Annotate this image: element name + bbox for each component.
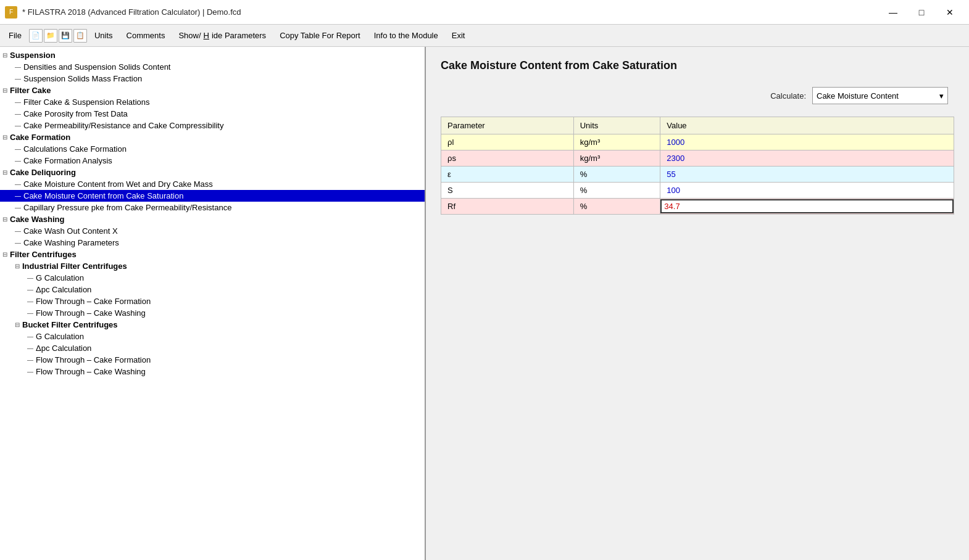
tree-item-cake-moisture-wet-dry[interactable]: — Cake Moisture Content from Wet and Dry… <box>0 178 425 190</box>
expand-icon: ⊟ <box>2 87 7 94</box>
calculate-dropdown[interactable]: Cake Moisture Content ▾ <box>812 87 948 104</box>
tree-label: Cake Formation Analysis <box>23 156 112 165</box>
tree-item-cake-washing[interactable]: ⊟ Cake Washing <box>0 213 425 225</box>
tree-item-delta-pc-2[interactable]: — Δpc Calculation <box>0 342 425 354</box>
maximize-button[interactable]: □ <box>907 0 936 25</box>
calculate-select-inner: Cake Moisture Content ▾ <box>817 91 944 101</box>
menu-icon-open[interactable]: 📁 <box>44 29 57 43</box>
leaf-icon: — <box>15 192 21 199</box>
tree-item-densities[interactable]: — Densities and Suspension Solids Conten… <box>0 61 425 73</box>
tree-item-suspension[interactable]: ⊟ Suspension <box>0 49 425 61</box>
tree-item-filter-centrifuges[interactable]: ⊟ Filter Centrifuges <box>0 249 425 260</box>
tree-item-industrial-filter[interactable]: ⊟ Industrial Filter Centrifuges <box>0 260 425 272</box>
tree-label: Filter Cake <box>10 86 51 95</box>
menu-comments[interactable]: Comments <box>120 28 172 43</box>
tree-item-flow-formation-2[interactable]: — Flow Through – Cake Formation <box>0 354 425 366</box>
tree-label: Bucket Filter Centrifuges <box>22 320 118 329</box>
tree-label: Cake Wash Out Content X <box>23 226 118 236</box>
tree-item-bucket-filter[interactable]: ⊟ Bucket Filter Centrifuges <box>0 319 425 331</box>
tree-item-g-calc-2[interactable]: — G Calculation <box>0 331 425 342</box>
content-panel: Cake Moisture Content from Cake Saturati… <box>426 47 969 560</box>
title-bar-controls: — □ ✕ <box>879 0 964 25</box>
tree-item-flow-formation-1[interactable]: — Flow Through – Cake Formation <box>0 295 425 307</box>
tree-item-cake-moisture-saturation[interactable]: — Cake Moisture Content from Cake Satura… <box>0 190 425 202</box>
menu-exit[interactable]: Exit <box>446 28 472 43</box>
leaf-icon: — <box>15 204 21 211</box>
menu-icon-new[interactable]: 📄 <box>29 29 43 43</box>
tree-label: Flow Through – Cake Washing <box>36 308 146 318</box>
leaf-icon: — <box>15 122 21 129</box>
tree-item-suspension-solids[interactable]: — Suspension Solids Mass Fraction <box>0 73 425 84</box>
cell-units: % <box>573 167 660 183</box>
menu-icon-saveas[interactable]: 📋 <box>73 29 87 43</box>
menu-info[interactable]: Info to the Module <box>368 28 444 43</box>
leaf-icon: — <box>27 274 33 281</box>
cell-value <box>660 199 954 215</box>
tree-item-capillary-pressure[interactable]: — Capillary Pressure pke from Cake Perme… <box>0 202 425 213</box>
tree-item-cake-wash-out[interactable]: — Cake Wash Out Content X <box>0 225 425 237</box>
tree-item-cake-porosity[interactable]: — Cake Porosity from Test Data <box>0 108 425 120</box>
tree-item-cake-permeability[interactable]: — Cake Permeability/Resistance and Cake … <box>0 120 425 131</box>
expand-icon: ⊟ <box>15 263 20 270</box>
menu-showhide[interactable]: Show/Hide Parameters <box>172 28 272 43</box>
tree-label: Capillary Pressure pke from Cake Permeab… <box>23 203 231 212</box>
tree-label: Cake Porosity from Test Data <box>23 109 128 118</box>
tree-item-cake-washing-params[interactable]: — Cake Washing Parameters <box>0 237 425 249</box>
main-layout: ⊟ Suspension — Densities and Suspension … <box>0 47 969 560</box>
tree-label: Flow Through – Cake Formation <box>36 297 151 306</box>
tree-label: Filter Cake & Suspension Relations <box>23 97 150 107</box>
menu-copytable[interactable]: Copy Table For Report <box>273 28 367 43</box>
tree-item-flow-washing-2[interactable]: — Flow Through – Cake Washing <box>0 366 425 377</box>
close-button[interactable]: ✕ <box>936 0 964 25</box>
cell-value: 100 <box>660 183 954 199</box>
tree-item-cake-deliquoring[interactable]: ⊟ Cake Deliquoring <box>0 167 425 178</box>
tree-item-delta-pc-1[interactable]: — Δpc Calculation <box>0 284 425 295</box>
leaf-icon: — <box>15 181 21 187</box>
leaf-icon: — <box>15 110 21 117</box>
tree-item-flow-washing-1[interactable]: — Flow Through – Cake Washing <box>0 307 425 319</box>
tree-label: Cake Washing <box>10 215 64 224</box>
menu-icon-save[interactable]: 💾 <box>59 29 72 43</box>
table-row: S%100 <box>441 183 954 199</box>
title-bar-left: F * FILASTRA 2018 (Advanced Filtration C… <box>5 6 241 19</box>
tree-label: Suspension <box>10 51 56 60</box>
calculate-value: Cake Moisture Content <box>817 91 899 101</box>
leaf-icon: — <box>27 310 33 316</box>
menu-file[interactable]: File <box>2 28 28 43</box>
tree-item-filter-cake[interactable]: ⊟ Filter Cake <box>0 84 425 96</box>
tree-item-cake-formation-analysis[interactable]: — Cake Formation Analysis <box>0 155 425 167</box>
tree-label: Flow Through – Cake Washing <box>36 367 146 376</box>
tree-item-calc-cake-formation[interactable]: — Calculations Cake Formation <box>0 143 425 155</box>
table-row: Rf% <box>441 199 954 215</box>
dropdown-arrow-icon: ▾ <box>939 91 944 101</box>
tree-label: Δpc Calculation <box>36 344 91 353</box>
minimize-button[interactable]: — <box>879 0 907 25</box>
tree-panel: ⊟ Suspension — Densities and Suspension … <box>0 47 426 560</box>
leaf-icon: — <box>27 368 33 375</box>
cell-units: % <box>573 183 660 199</box>
leaf-icon: — <box>27 298 33 305</box>
cell-parameter: Rf <box>441 199 574 215</box>
tree-label: Calculations Cake Formation <box>23 144 127 154</box>
tree-label: G Calculation <box>36 332 84 341</box>
cell-parameter: ρs <box>441 150 574 167</box>
leaf-icon: — <box>15 99 21 105</box>
tree-item-cake-formation[interactable]: ⊟ Cake Formation <box>0 131 425 143</box>
tree-item-filter-cake-relations[interactable]: — Filter Cake & Suspension Relations <box>0 96 425 108</box>
cell-value: 55 <box>660 167 954 183</box>
tree-label: Suspension Solids Mass Fraction <box>23 74 142 83</box>
tree-item-g-calc-1[interactable]: — G Calculation <box>0 272 425 284</box>
tree-label: Industrial Filter Centrifuges <box>22 261 127 271</box>
tree-label: Cake Moisture Content from Cake Saturati… <box>23 191 183 200</box>
menu-units[interactable]: Units <box>88 28 119 43</box>
expand-icon: ⊟ <box>2 251 7 258</box>
value-input-Rf[interactable] <box>660 199 954 213</box>
leaf-icon: — <box>15 146 21 152</box>
calculate-label: Calculate: <box>770 91 806 101</box>
leaf-icon: — <box>27 333 33 340</box>
tree-label: Cake Formation <box>10 133 70 142</box>
leaf-icon: — <box>27 356 33 363</box>
tree-label: Cake Deliquoring <box>10 168 76 177</box>
leaf-icon: — <box>15 64 21 70</box>
cell-parameter: ρl <box>441 134 574 150</box>
